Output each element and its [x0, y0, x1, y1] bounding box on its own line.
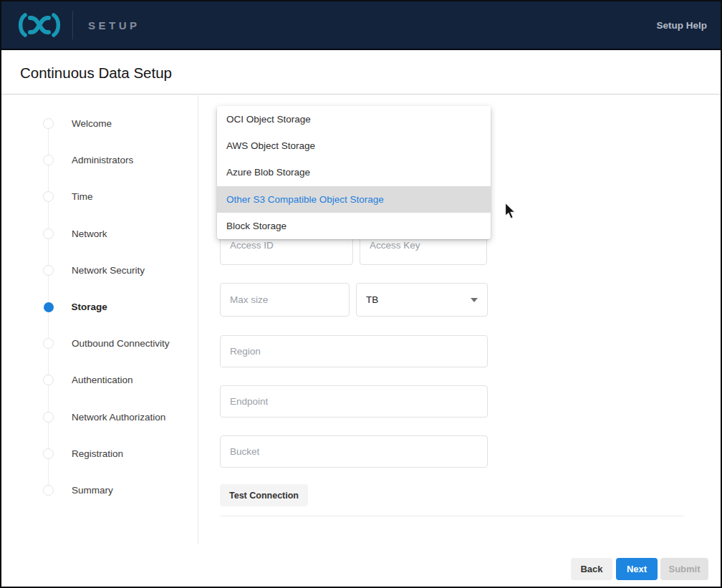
step-label: Summary	[72, 485, 113, 496]
body-area: Welcome Administrators Time Network Netw…	[1, 95, 721, 544]
step-circle-icon	[43, 118, 54, 129]
sidebar-item-outbound-connectivity[interactable]: Outbound Connectivity	[1, 325, 198, 362]
chevron-down-icon	[471, 298, 478, 302]
step-label: Network Authorization	[72, 412, 165, 423]
max-size-unit-select[interactable]: TB	[356, 283, 488, 317]
delphix-logo-icon	[16, 9, 63, 41]
step-label: Administrators	[72, 155, 133, 165]
setup-help-link[interactable]: Setup Help	[656, 20, 707, 31]
step-circle-icon	[43, 191, 54, 202]
step-circle-icon	[43, 228, 54, 239]
step-label: Storage	[72, 302, 107, 312]
sidebar-item-time[interactable]: Time	[1, 178, 198, 215]
step-label: Registration	[72, 448, 123, 459]
step-circle-icon	[43, 265, 54, 276]
sidebar-item-storage[interactable]: Storage	[1, 289, 198, 325]
sidebar-item-network-security[interactable]: Network Security	[1, 252, 198, 289]
storage-form: TB Test Connection OCI Object Storage AW…	[198, 95, 721, 544]
step-circle-icon	[43, 155, 54, 165]
header-divider	[72, 11, 73, 39]
endpoint-input[interactable]	[220, 385, 488, 418]
sidebar-item-administrators[interactable]: Administrators	[1, 142, 198, 178]
step-label: Network	[72, 228, 107, 239]
back-button[interactable]: Back	[571, 558, 612, 580]
step-label: Authentication	[72, 375, 133, 385]
step-circle-icon	[43, 338, 54, 349]
unit-selected-value: TB	[366, 294, 378, 305]
sidebar-item-welcome[interactable]: Welcome	[1, 105, 198, 142]
step-circle-icon	[43, 412, 54, 423]
test-connection-button[interactable]: Test Connection	[220, 484, 308, 506]
step-circle-icon	[43, 485, 54, 496]
content-divider	[220, 516, 684, 516]
dropdown-option-aws-object-storage[interactable]: AWS Object Storage	[217, 132, 491, 159]
sidebar-item-summary[interactable]: Summary	[1, 472, 198, 509]
region-input[interactable]	[220, 335, 488, 367]
submit-button[interactable]: Submit	[660, 558, 708, 580]
step-circle-icon	[43, 448, 54, 459]
sidebar-item-authentication[interactable]: Authentication	[1, 362, 198, 398]
bucket-input[interactable]	[220, 435, 488, 468]
step-label: Network Security	[72, 265, 145, 276]
step-circle-icon	[43, 375, 54, 385]
step-active-dot-icon	[44, 302, 54, 312]
sidebar-item-network-authorization[interactable]: Network Authorization	[1, 399, 198, 435]
title-bar: Continuous Data Setup	[1, 52, 721, 95]
step-label: Welcome	[72, 118, 112, 129]
app-name: SETUP	[88, 19, 140, 32]
dropdown-option-other-s3-compatible[interactable]: Other S3 Compatible Object Storage	[217, 186, 491, 213]
sidebar-item-registration[interactable]: Registration	[1, 435, 198, 472]
step-label: Time	[72, 191, 93, 202]
dropdown-option-block-storage[interactable]: Block Storage	[217, 213, 491, 239]
dropdown-option-azure-blob-storage[interactable]: Azure Blob Storage	[217, 159, 491, 185]
page-title: Continuous Data Setup	[20, 64, 172, 82]
dropdown-option-oci-object-storage[interactable]: OCI Object Storage	[217, 106, 491, 132]
app-window: SETUP Setup Help Continuous Data Setup W…	[0, 0, 722, 588]
storage-type-dropdown-menu: OCI Object Storage AWS Object Storage Az…	[217, 106, 491, 239]
max-size-input[interactable]	[220, 283, 350, 317]
sidebar-item-network[interactable]: Network	[1, 216, 198, 252]
next-button[interactable]: Next	[616, 558, 658, 580]
app-header: SETUP Setup Help	[1, 1, 721, 50]
delphix-logo	[16, 9, 63, 41]
wizard-stepper: Welcome Administrators Time Network Netw…	[1, 95, 198, 544]
step-label: Outbound Connectivity	[72, 338, 170, 349]
